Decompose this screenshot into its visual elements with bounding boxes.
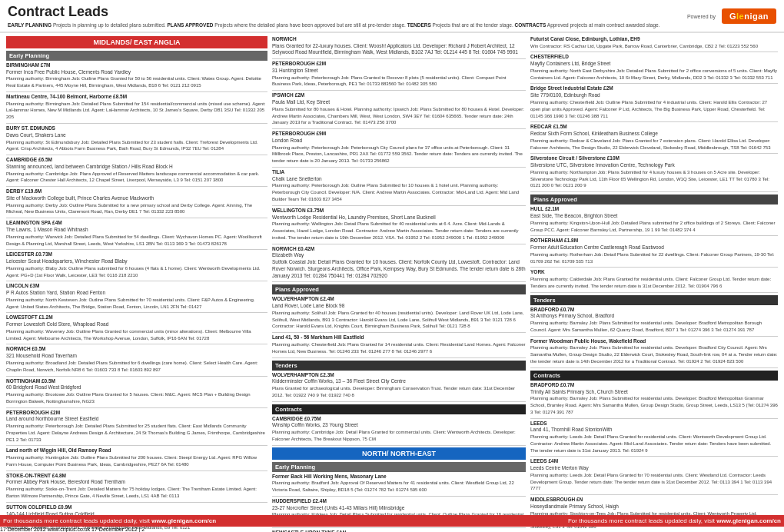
- list-item: CHESTERFIELD Mayfly Containers Ltd, Brid…: [530, 54, 778, 81]
- list-item: NORWICH £0.42M Elizabeth Way Sutfolk Coa…: [272, 246, 526, 280]
- tenders-right-header: Tenders: [530, 295, 778, 305]
- list-item: LEICESTER £0.73M Leicester Scout Headqua…: [6, 251, 267, 278]
- list-item: WOLVERHAMPTON £2.3M Kidderminster Coffin…: [272, 372, 526, 399]
- list-item: PETERBOROUGH £9M London Road Planning au…: [272, 131, 526, 165]
- north-east-region-header: NORTH/ NORTH-EAST: [272, 447, 526, 460]
- right-column: Futurist Canal Close, Edinburgh, Lothian…: [530, 36, 778, 532]
- divider: [530, 494, 778, 495]
- list-item: HULL £2.1M East Side, The Beacon, Bright…: [530, 206, 778, 233]
- list-item: WOLVERHAMPTON £2.4M Land Rover, Lode Lan…: [272, 296, 526, 330]
- divider: [6, 376, 267, 377]
- divider: [272, 332, 526, 333]
- divider: [6, 123, 267, 124]
- divider: [530, 336, 778, 337]
- main-content: MIDLANDS/ EAST ANGLIA Early Planning BIR…: [0, 33, 784, 532]
- footer-text-right: For thousands more contract leads update…: [568, 517, 781, 524]
- list-item: DERBY £19.6M Site of Mackworth College b…: [6, 188, 267, 215]
- date-right: 17 December 2012 | 2: [91, 527, 145, 532]
- divider: [530, 52, 778, 52]
- divider: [530, 83, 778, 84]
- middle-column: NORWICH Plans Granted for 22-luxury hous…: [272, 36, 526, 532]
- divider: [530, 235, 778, 236]
- header-right: Powered by Glenigan: [687, 8, 776, 24]
- divider: [530, 418, 778, 419]
- list-item: LOWESTOFT £1.2M Former Lowestoft Cold St…: [6, 314, 267, 341]
- divider: [6, 407, 267, 408]
- divider: [6, 470, 267, 471]
- footer-text-left: For thousands more contract leads update…: [3, 517, 216, 524]
- list-item: Former Woodman Public House, Wakefield R…: [530, 338, 778, 365]
- page-header: Contract Leads EARLY PLANNING Projects i…: [0, 0, 784, 33]
- list-item: ROTHERHAM £1.8M Former Adult Education C…: [530, 238, 778, 264]
- list-item: LEEDS £4M Leeds Centre Merton Way Planni…: [530, 458, 778, 492]
- divider: [272, 244, 526, 244]
- divider: [272, 128, 526, 129]
- list-item: Futurist Canal Close, Edinburgh, Lothian…: [530, 36, 778, 50]
- divider: [6, 249, 267, 250]
- list-item: Bridge Street Industrial Estate £2M Site…: [530, 85, 778, 119]
- divider: [530, 292, 778, 293]
- divider: [272, 167, 526, 168]
- list-item: Land 41, 50 - 56 Markham Hill Eastfield …: [272, 334, 526, 354]
- list-item: NORWICH £0.5M 321 Mousehold Road Taverha…: [6, 346, 267, 373]
- divider: [6, 445, 267, 446]
- date-left: 17 December 2012: [0, 527, 46, 532]
- glenigan-logo: Glenigan: [722, 8, 776, 24]
- list-item: Land north of Wiggin Hill, Old Ramsey Ro…: [6, 447, 267, 467]
- divider: [272, 496, 526, 497]
- divider: [530, 267, 778, 268]
- early-planning-header: Early Planning: [6, 51, 267, 61]
- divider: [6, 218, 267, 218]
- divider: [530, 121, 778, 122]
- contracts-mid-header: Contracts: [272, 404, 526, 414]
- list-item: BURY ST. EDMUNDS Daws Court, Shakers Lan…: [6, 125, 267, 152]
- divider: [272, 401, 526, 402]
- divider: [6, 502, 267, 503]
- divider: [530, 456, 778, 457]
- plans-approved-right-header: Plans Approved: [530, 195, 778, 204]
- list-item: STOKE-ON-TRENT £4.8M Former Abbey Park H…: [6, 473, 267, 500]
- divider: [6, 91, 267, 92]
- list-item: NORWICH Plans Granted for 22-luxury hous…: [272, 36, 526, 56]
- website-center: www.cnplus.co.uk: [48, 527, 91, 532]
- divider: [272, 205, 526, 206]
- list-item: TILIA Chalk Lane Snetterton Planning aut…: [272, 169, 526, 203]
- divider: [272, 445, 526, 446]
- divider: [6, 281, 267, 281]
- list-item: CAMBRIDGE £6.5M Stanning announced, land…: [6, 157, 267, 184]
- list-item: BRADFORD £0.7M Trinity All Saints Primar…: [530, 382, 778, 416]
- divider: [6, 186, 267, 187]
- contracts-right-header: Contracts: [530, 371, 778, 381]
- list-item: Former Back Hill Working Mens, Masonary …: [272, 474, 526, 494]
- divider: [272, 281, 526, 282]
- divider: [272, 58, 526, 59]
- divider: [530, 153, 778, 154]
- divider: [272, 90, 526, 91]
- divider: [530, 367, 778, 368]
- divider: [272, 357, 526, 358]
- list-item: REDCAR £1.5M Redcar Sixth Form School, K…: [530, 124, 778, 151]
- list-item: PETERBOROUGH £2M 31 Huntington Street Pl…: [272, 61, 526, 88]
- header-left: Contract Leads EARLY PLANNING Projects i…: [8, 5, 659, 28]
- list-item: PETERBOROUGH £2M Land around Northbourne…: [6, 410, 267, 444]
- divider: [6, 155, 267, 155]
- divider: [6, 344, 267, 344]
- north-early-planning-header: Early Planning: [272, 462, 526, 472]
- list-item: BIRMINGHAM £7M Former Inca Free Public H…: [6, 62, 267, 89]
- tenders-mid-header: Tenders: [272, 361, 526, 371]
- list-item: BRADFORD £0.7M St Anthonys Primary Schoo…: [530, 307, 778, 334]
- list-item: LEEDS Land 41, Thornhill Road StontonWit…: [530, 421, 778, 454]
- powered-by-text: Powered by: [687, 14, 716, 19]
- plans-approved-mid-header: Plans Approved: [272, 284, 526, 294]
- page-footer: For thousands more contract leads update…: [0, 515, 784, 532]
- divider: [6, 312, 267, 313]
- midlands-column: MIDLANDS/ EAST ANGLIA Early Planning BIR…: [6, 36, 267, 532]
- list-item: NOTTINGHAM £0.5M 60 Bridgford Road West …: [6, 378, 267, 405]
- footer-bar: For thousands more contract leads update…: [0, 515, 784, 527]
- list-item: YORK Planning authority: Calderdale Job:…: [530, 269, 778, 289]
- list-item: CAMBRIDGE £0.75M Winship Coffin Works, 2…: [272, 416, 526, 443]
- subtitle-early: EARLY PLANNING Projects in planning up t…: [8, 22, 659, 28]
- list-item: LEAMINGTON SPA £4M The Lawns, 1 Mason Ro…: [6, 220, 267, 247]
- page-title: Contract Leads: [8, 5, 659, 20]
- list-item: WELLINGTON £3.75M Wentworth Lodge Reside…: [272, 208, 526, 241]
